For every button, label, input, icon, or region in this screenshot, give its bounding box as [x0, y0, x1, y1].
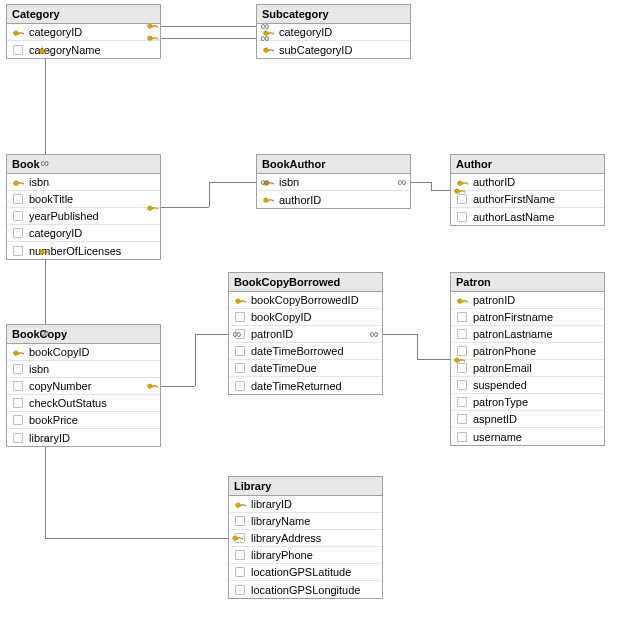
field-row[interactable]: categoryID: [7, 24, 160, 41]
field-label: libraryPhone: [247, 549, 313, 561]
field-row[interactable]: patronPhone: [451, 343, 604, 360]
svg-point-2: [265, 46, 266, 47]
entity-title[interactable]: Subcategory: [257, 5, 410, 24]
field-row[interactable]: numberOfLicenses: [7, 242, 160, 259]
column-icon: [233, 565, 247, 579]
field-label: bookCopyID: [247, 311, 312, 323]
field-row[interactable]: patronID: [451, 292, 604, 309]
field-row[interactable]: categoryID: [7, 225, 160, 242]
svg-point-0: [15, 29, 16, 30]
column-icon: [233, 379, 247, 393]
entity-author[interactable]: AuthorauthorIDauthorFirstNameauthorLastN…: [450, 154, 605, 226]
entity-title[interactable]: Category: [7, 5, 160, 24]
field-row[interactable]: dateTimeBorrowed: [229, 343, 382, 360]
field-row[interactable]: patronID: [229, 326, 382, 343]
field-row[interactable]: authorID: [257, 191, 410, 208]
field-label: categoryID: [25, 26, 82, 38]
entity-title[interactable]: Library: [229, 477, 382, 496]
relationship-line: [195, 334, 229, 335]
field-label: copyNumber: [25, 380, 91, 392]
field-label: checkOutStatus: [25, 397, 107, 409]
field-row[interactable]: dateTimeDue: [229, 360, 382, 377]
column-icon: [455, 361, 469, 375]
entity-title[interactable]: Book: [7, 155, 160, 174]
field-row[interactable]: categoryName: [7, 41, 160, 58]
column-icon: [11, 43, 25, 57]
field-row[interactable]: patronLastname: [451, 326, 604, 343]
column-icon: [11, 244, 25, 258]
relationship-line: [383, 334, 417, 335]
column-icon: [233, 548, 247, 562]
field-row[interactable]: authorFirstName: [451, 191, 604, 208]
field-row[interactable]: dateTimeReturned: [229, 377, 382, 394]
field-row[interactable]: yearPublished: [7, 208, 160, 225]
field-label: bookPrice: [25, 414, 78, 426]
field-label: dateTimeReturned: [247, 380, 342, 392]
field-row[interactable]: isbn: [257, 174, 410, 191]
entity-category[interactable]: CategorycategoryIDcategoryName: [6, 4, 161, 59]
field-row[interactable]: bookCopyID: [7, 344, 160, 361]
field-row[interactable]: authorLastName: [451, 208, 604, 225]
key-icon: [11, 25, 25, 39]
field-label: bookTitle: [25, 193, 73, 205]
entity-book[interactable]: BookisbnbookTitleyearPublishedcategoryID…: [6, 154, 161, 260]
relationship-line: [45, 538, 228, 539]
key-icon: [455, 293, 469, 307]
field-row[interactable]: libraryID: [229, 496, 382, 513]
svg-point-8: [237, 297, 238, 298]
field-row[interactable]: bookCopyID: [229, 309, 382, 326]
relationship-line: [161, 386, 195, 387]
entity-title[interactable]: BookCopyBorrowed: [229, 273, 382, 292]
field-row[interactable]: locationGPSLatitude: [229, 564, 382, 581]
field-row[interactable]: libraryID: [7, 429, 160, 446]
field-label: authorLastName: [469, 211, 554, 223]
field-row[interactable]: libraryAddress: [229, 530, 382, 547]
relationship-line: [161, 207, 209, 208]
relationship-line: [209, 182, 210, 208]
field-row[interactable]: aspnetID: [451, 411, 604, 428]
field-label: libraryName: [247, 515, 310, 527]
entity-title[interactable]: BookAuthor: [257, 155, 410, 174]
field-row[interactable]: categoryID: [257, 24, 410, 41]
column-icon: [455, 192, 469, 206]
field-label: libraryAddress: [247, 532, 321, 544]
field-row[interactable]: authorID: [451, 174, 604, 191]
field-row[interactable]: bookCopyBorrowedID: [229, 292, 382, 309]
entity-title[interactable]: Patron: [451, 273, 604, 292]
entity-bookCopyBorrowed[interactable]: BookCopyBorrowedbookCopyBorrowedIDbookCo…: [228, 272, 383, 395]
entity-title[interactable]: Author: [451, 155, 604, 174]
field-row[interactable]: subCategoryID: [257, 41, 410, 58]
relationship-line: [209, 182, 257, 183]
field-row[interactable]: patronFirstname: [451, 309, 604, 326]
key-icon: [233, 497, 247, 511]
entity-bookAuthor[interactable]: BookAuthorisbnauthorID: [256, 154, 411, 209]
field-row[interactable]: patronEmail: [451, 360, 604, 377]
entity-subcategory[interactable]: SubcategorycategoryIDsubCategoryID: [256, 4, 411, 59]
field-row[interactable]: patronType: [451, 394, 604, 411]
field-label: patronType: [469, 396, 528, 408]
entity-bookCopy[interactable]: BookCopybookCopyIDisbncopyNumbercheckOut…: [6, 324, 161, 447]
field-label: patronLastname: [469, 328, 553, 340]
field-row[interactable]: libraryPhone: [229, 547, 382, 564]
column-icon: [455, 430, 469, 444]
field-row[interactable]: isbn: [7, 361, 160, 378]
field-row[interactable]: checkOutStatus: [7, 395, 160, 412]
entity-title[interactable]: BookCopy: [7, 325, 160, 344]
relationship-line: [431, 182, 432, 191]
field-row[interactable]: locationGPSLongitude: [229, 581, 382, 598]
field-row[interactable]: username: [451, 428, 604, 445]
field-row[interactable]: bookPrice: [7, 412, 160, 429]
field-row[interactable]: libraryName: [229, 513, 382, 530]
entity-patron[interactable]: PatronpatronIDpatronFirstnamepatronLastn…: [450, 272, 605, 446]
field-label: bookCopyBorrowedID: [247, 294, 359, 306]
key-icon: [261, 193, 275, 207]
field-row[interactable]: copyNumber: [7, 378, 160, 395]
field-label: isbn: [275, 176, 299, 188]
column-icon: [233, 531, 247, 545]
field-label: patronID: [247, 328, 293, 340]
relationship-line: [417, 359, 451, 360]
field-row[interactable]: isbn: [7, 174, 160, 191]
entity-library[interactable]: LibrarylibraryIDlibraryNamelibraryAddres…: [228, 476, 383, 599]
field-row[interactable]: suspended: [451, 377, 604, 394]
field-row[interactable]: bookTitle: [7, 191, 160, 208]
